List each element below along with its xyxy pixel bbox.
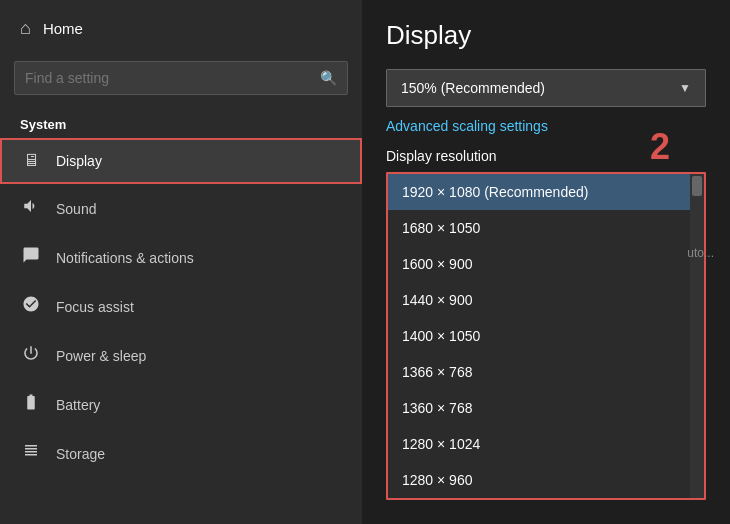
resolution-item-label-7: 1280 × 1024 xyxy=(402,436,480,452)
sidebar: ⌂ Home 🔍 System 🖥 Display 1 Sound Notifi… xyxy=(0,0,362,524)
resolution-item-label-5: 1366 × 768 xyxy=(402,364,472,380)
advanced-scaling-link[interactable]: Advanced scaling settings xyxy=(386,118,548,134)
resolution-item-label-1: 1680 × 1050 xyxy=(402,220,480,236)
resolution-item-7[interactable]: 1280 × 1024 xyxy=(388,426,704,462)
scale-dropdown-container: 150% (Recommended) ▼ xyxy=(386,69,706,107)
resolution-item-selected[interactable]: 1920 × 1080 (Recommended) xyxy=(388,174,704,210)
notifications-icon xyxy=(20,246,42,269)
sidebar-home-item[interactable]: ⌂ Home xyxy=(0,0,362,57)
resolution-item-1[interactable]: 1680 × 1050 xyxy=(388,210,704,246)
scale-dropdown-label: 150% (Recommended) xyxy=(401,80,545,96)
search-input[interactable] xyxy=(25,70,312,86)
resolution-item-4[interactable]: 1400 × 1050 xyxy=(388,318,704,354)
sidebar-home-label: Home xyxy=(43,20,83,37)
resolution-item-6[interactable]: 1360 × 768 xyxy=(388,390,704,426)
home-icon: ⌂ xyxy=(20,18,31,39)
main-content: Display 150% (Recommended) ▼ Advanced sc… xyxy=(362,0,730,524)
sidebar-item-battery-label: Battery xyxy=(56,397,100,413)
resolution-list: 1920 × 1080 (Recommended) 1680 × 1050 16… xyxy=(388,174,704,498)
sidebar-item-display-label: Display xyxy=(56,153,102,169)
annotation-2: 2 xyxy=(650,126,670,168)
search-icon: 🔍 xyxy=(320,70,337,86)
sidebar-item-storage-label: Storage xyxy=(56,446,105,462)
storage-icon xyxy=(20,442,42,465)
resolution-item-label-8: 1280 × 960 xyxy=(402,472,472,488)
sidebar-item-sound[interactable]: Sound xyxy=(0,184,362,233)
sidebar-item-display[interactable]: 🖥 Display 1 xyxy=(0,138,362,184)
scrollbar-thumb xyxy=(692,176,702,196)
resolution-dropdown[interactable]: 1920 × 1080 (Recommended) 1680 × 1050 16… xyxy=(386,172,706,500)
sidebar-item-notifications[interactable]: Notifications & actions xyxy=(0,233,362,282)
resolution-item-label-2: 1600 × 900 xyxy=(402,256,472,272)
resolution-item-label: 1920 × 1080 (Recommended) xyxy=(402,184,588,200)
resolution-item-label-6: 1360 × 768 xyxy=(402,400,472,416)
auto-partial-text: uto... xyxy=(687,246,714,260)
page-title: Display xyxy=(386,20,706,51)
sidebar-item-focus-assist[interactable]: Focus assist xyxy=(0,282,362,331)
resolution-item-label-3: 1440 × 900 xyxy=(402,292,472,308)
search-box[interactable]: 🔍 xyxy=(14,61,348,95)
power-sleep-icon xyxy=(20,344,42,367)
focus-assist-icon xyxy=(20,295,42,318)
chevron-down-icon: ▼ xyxy=(679,81,691,95)
resolution-item-8[interactable]: 1280 × 960 xyxy=(388,462,704,498)
resolution-item-5[interactable]: 1366 × 768 xyxy=(388,354,704,390)
sidebar-item-sound-label: Sound xyxy=(56,201,96,217)
resolution-item-label-4: 1400 × 1050 xyxy=(402,328,480,344)
sidebar-item-notifications-label: Notifications & actions xyxy=(56,250,194,266)
sidebar-item-focus-assist-label: Focus assist xyxy=(56,299,134,315)
resolution-item-3[interactable]: 1440 × 900 xyxy=(388,282,704,318)
sidebar-item-power-sleep-label: Power & sleep xyxy=(56,348,146,364)
sidebar-item-power-sleep[interactable]: Power & sleep xyxy=(0,331,362,380)
resolution-item-2[interactable]: 1600 × 900 xyxy=(388,246,704,282)
sidebar-section-label: System xyxy=(0,109,362,138)
sidebar-item-storage[interactable]: Storage xyxy=(0,429,362,478)
battery-icon xyxy=(20,393,42,416)
sound-icon xyxy=(20,197,42,220)
sidebar-item-battery[interactable]: Battery xyxy=(0,380,362,429)
scale-dropdown[interactable]: 150% (Recommended) ▼ xyxy=(386,69,706,107)
scrollbar[interactable] xyxy=(690,174,704,498)
display-icon: 🖥 xyxy=(20,151,42,171)
resolution-dropdown-wrapper: 1920 × 1080 (Recommended) 1680 × 1050 16… xyxy=(386,172,706,500)
